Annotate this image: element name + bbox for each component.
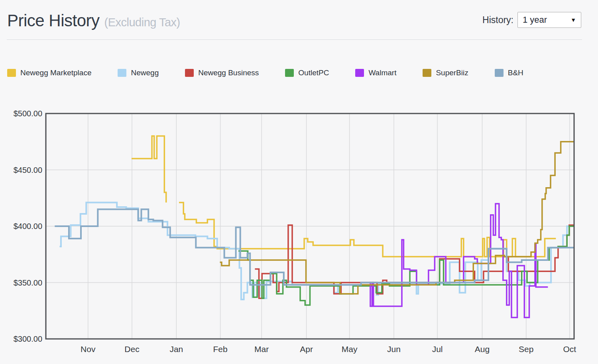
- x-axis-label: Mar: [254, 344, 269, 354]
- x-axis-label: Nov: [81, 344, 96, 354]
- x-axis-label: Aug: [475, 344, 490, 354]
- x-axis-label: Sep: [519, 344, 533, 354]
- y-axis-label: $400.00: [14, 222, 42, 231]
- price-history-chart: $500.00$450.00$400.00$350.00$300.00NovDe…: [0, 0, 598, 364]
- x-axis-label: Jun: [387, 344, 401, 354]
- y-axis-label: $350.00: [14, 278, 42, 287]
- y-axis-label: $450.00: [14, 166, 42, 174]
- x-axis-label: Feb: [213, 344, 227, 354]
- x-axis-label: Jan: [169, 344, 183, 354]
- price-history-page: Price History(Excluding Tax) History: 1 …: [0, 0, 598, 364]
- x-axis-label: May: [342, 344, 358, 354]
- x-axis-label: Jul: [432, 344, 443, 354]
- x-axis-label: Dec: [124, 344, 139, 354]
- y-axis-label: $300.00: [14, 335, 42, 343]
- y-axis-label: $500.00: [14, 109, 42, 118]
- x-axis-label: Apr: [300, 344, 313, 354]
- x-axis-label: Oct: [563, 344, 576, 354]
